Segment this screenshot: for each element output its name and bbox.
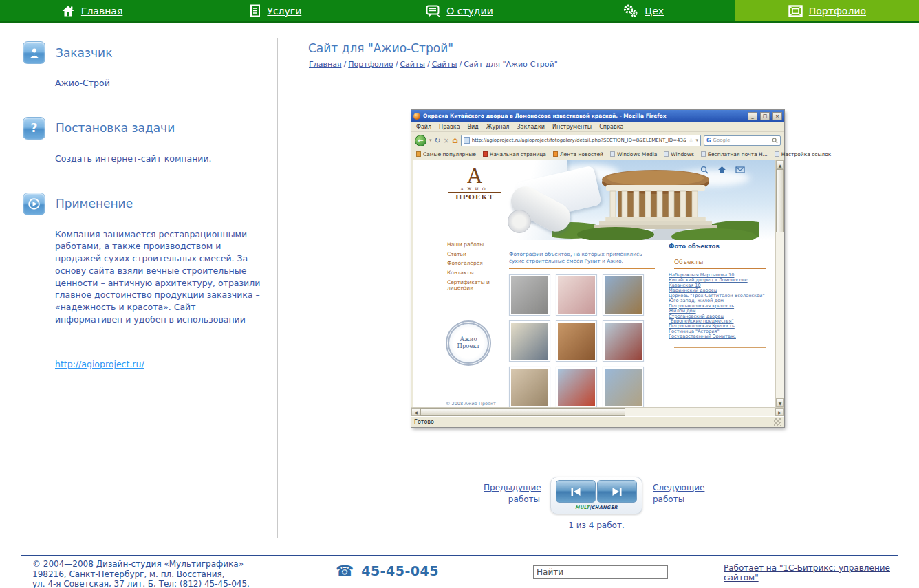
bookmark-item: Windows Media — [610, 151, 657, 157]
sidebar-section-task: ? Постановка задачи Создать интернет-сай… — [23, 117, 260, 165]
site-home-icon — [717, 166, 726, 174]
next-works-link[interactable]: Следующие работы — [653, 483, 704, 504]
footer-line-2: 198216, Санкт-Петербург, м. пл. Восстани… — [32, 569, 250, 580]
bitrix-link[interactable]: Работает на "1С-Битрикс: управление сайт… — [724, 563, 890, 582]
project-url-link[interactable]: http://agioproject.ru/ — [55, 359, 144, 369]
scroll-up-icon: ▲ — [776, 160, 784, 169]
next-works: Следующие работы — [653, 482, 709, 506]
breadcrumb-link[interactable]: Сайты — [400, 60, 425, 69]
services-icon — [250, 4, 261, 17]
nav-item-portfolio[interactable]: Портфолио — [735, 0, 919, 21]
agio-menu-link: Наши работы — [447, 242, 508, 248]
vertical-scroll-thumb — [776, 169, 784, 232]
nav-link-home[interactable]: Главная — [81, 6, 122, 17]
horizontal-scroll-track — [625, 408, 775, 416]
home-toolbar-icon: ⌂ — [452, 135, 458, 145]
section-title: Заказчик — [56, 46, 112, 60]
previous-works: Предыдущие работы — [484, 482, 540, 506]
browser-menu-item: Вид — [468, 124, 479, 130]
bookmarks-bar: Самые популярныеНачальная страницаЛента … — [411, 149, 784, 160]
maximize-button: □ — [760, 112, 770, 120]
address-bar: http://agioproject.ru/agioproject/fotoga… — [461, 135, 701, 146]
breadcrumb-separator: / — [344, 60, 347, 69]
works-counter: 1 из 4 работ. — [537, 521, 656, 530]
agio-medallion: Ажио Проект — [446, 320, 491, 366]
thumbnail — [603, 274, 644, 316]
object-link: Государственный Эрмитаж. — [669, 334, 766, 339]
nav-link-services[interactable]: Услуги — [267, 6, 301, 17]
previous-track-button[interactable] — [556, 480, 596, 503]
agio-objects-column: Фото объектов Объекты Набережная Мартыно… — [669, 243, 766, 348]
browser-titlebar: Окраска Китайского дворца в Ломоносове и… — [411, 110, 784, 122]
breadcrumb-separator: / — [396, 60, 398, 69]
nav-item-about[interactable]: О студии — [367, 0, 551, 21]
bookmark-label: Лента новостей — [560, 151, 603, 157]
thumbnail — [556, 320, 597, 362]
agio-site-menu: Наши работыСтатьиФотогалереяКонтактыСерт… — [447, 242, 508, 292]
thumb-brick-towers — [605, 323, 642, 360]
page-bookmark-icon — [664, 151, 669, 157]
sidebar-section-application: Применение Компания занимается реставрац… — [23, 193, 260, 326]
breadcrumb-link[interactable]: Сайты — [432, 60, 457, 69]
gears-icon — [623, 3, 638, 18]
minimize-button: _ — [748, 112, 757, 120]
speech-bubble-icon — [426, 5, 440, 17]
scroll-left-icon: ◀ — [411, 408, 420, 416]
phone-number: 45-45-045 — [361, 563, 439, 578]
breadcrumb-link[interactable]: Портфолио — [348, 60, 393, 69]
page-title: Сайт для "Ажио-Строй" — [308, 41, 453, 55]
phone-icon: ☎ — [336, 564, 354, 578]
bookmark-item: Лента новостей — [553, 151, 603, 157]
breadcrumb-link[interactable]: Главная — [309, 60, 342, 69]
breadcrumb-current: Сайт для "Ажио-Строй" — [464, 60, 558, 69]
resize-grip — [774, 418, 781, 426]
thumbnail — [509, 367, 550, 408]
vertical-scrollbar: ▲ ▼ — [775, 160, 784, 407]
browser-menu-item: Журнал — [486, 124, 510, 130]
objects-heading: Объекты — [674, 259, 766, 265]
browser-statusbar: Готово — [411, 416, 784, 427]
thumb-modern-tower — [558, 369, 595, 406]
site-search-icon — [700, 166, 709, 174]
skip-next-icon — [610, 487, 624, 497]
browser-menu-item: Правка — [439, 124, 460, 130]
browser-menu-item: Закладки — [517, 124, 544, 130]
star-icon: ☆ — [688, 137, 693, 144]
vertical-divider — [277, 38, 278, 538]
breadcrumb-separator: / — [459, 60, 462, 69]
sidebar: Заказчик Ажио-Строй ? Постановка задачи … — [23, 41, 260, 370]
page-bookmark-icon — [610, 151, 615, 157]
refresh-icon: ↻ — [435, 136, 441, 145]
thumbnail-grid — [509, 274, 655, 408]
close-button: × — [772, 112, 782, 120]
bookmark-item: Windows — [664, 151, 693, 157]
agio-gallery: Фотографии объектов, на которых применял… — [509, 251, 655, 407]
nav-item-workshop[interactable]: Цех — [552, 0, 735, 21]
nav-item-home[interactable]: Главная — [0, 0, 184, 21]
breadcrumb-separator: / — [427, 60, 430, 69]
section-text: Компания занимается реставрационными раб… — [55, 228, 261, 326]
stop-icon: × — [444, 137, 449, 144]
thumbnail — [603, 320, 644, 362]
footer-line-1: © 2004—2008 Дизайн-студия «Мультиграфика… — [32, 559, 250, 569]
picture-frame-icon — [788, 5, 803, 17]
browser-title-text: Окраска Китайского дворца в Ломоносове и… — [423, 113, 745, 119]
thumb-church-trees — [558, 323, 595, 360]
section-title: Применение — [56, 197, 133, 210]
browser-search-box: G Google — [704, 135, 781, 146]
bookmark-label: Windows — [671, 151, 693, 157]
agio-menu-link: Фотогалерея — [447, 261, 508, 267]
browser-toolbar: ← ▾ ↻ × ⌂ http://agioproject.ru/agioproj… — [411, 132, 784, 149]
skip-previous-icon — [569, 487, 583, 497]
thumbnail — [509, 274, 550, 316]
section-text: Создать интернет-сайт компании. — [55, 153, 261, 165]
breadcrumb: Главная/Портфолио/Сайты/Сайты/Сайт для "… — [309, 60, 558, 69]
nav-link-about[interactable]: О студии — [446, 6, 493, 17]
previous-works-link[interactable]: Предыдущие работы — [484, 483, 541, 504]
nav-link-portfolio[interactable]: Портфолио — [809, 6, 866, 17]
nav-item-services[interactable]: Услуги — [184, 0, 367, 21]
next-track-button[interactable] — [597, 480, 637, 503]
nav-link-workshop[interactable]: Цех — [645, 6, 664, 17]
agio-logo: А ажио ПРОЕКТ — [448, 166, 501, 202]
search-input[interactable] — [533, 565, 668, 579]
